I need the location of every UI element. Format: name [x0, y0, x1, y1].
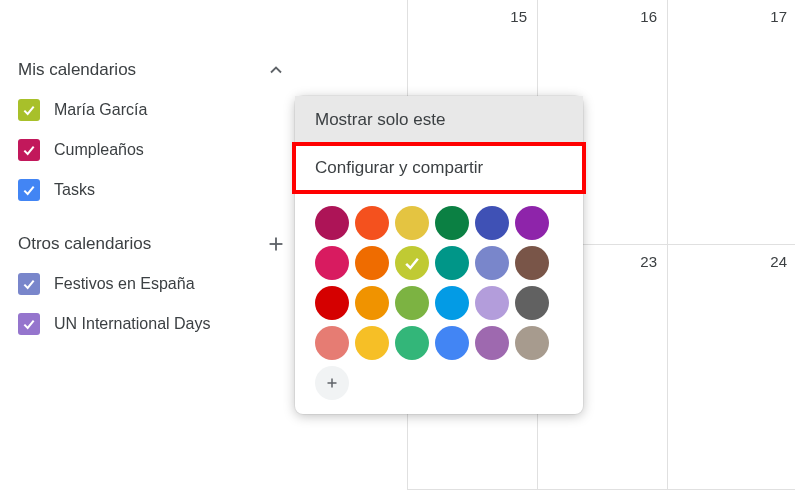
color-swatch[interactable]: [435, 326, 469, 360]
calendar-item[interactable]: Tasks: [18, 170, 298, 210]
day-number: 23: [640, 253, 657, 270]
color-swatch[interactable]: [435, 206, 469, 240]
my-calendars-title: Mis calendarios: [18, 60, 136, 80]
color-swatch[interactable]: [475, 286, 509, 320]
color-swatch[interactable]: [355, 286, 389, 320]
day-number: 17: [770, 8, 787, 25]
day-number: 16: [640, 8, 657, 25]
calendar-label: Festivos en España: [54, 275, 195, 293]
calendar-label: Cumpleaños: [54, 141, 144, 159]
color-picker: [295, 192, 583, 400]
checkbox[interactable]: [18, 99, 40, 121]
day-cell[interactable]: 17: [667, 0, 795, 245]
day-number: 15: [510, 8, 527, 25]
color-swatch[interactable]: [315, 286, 349, 320]
other-calendars-title: Otros calendarios: [18, 234, 151, 254]
color-swatch[interactable]: [315, 206, 349, 240]
checkbox[interactable]: [18, 273, 40, 295]
color-swatch[interactable]: [475, 206, 509, 240]
day-cell[interactable]: 24: [667, 245, 795, 490]
other-calendars-header[interactable]: Otros calendarios: [18, 224, 298, 264]
color-swatch[interactable]: [515, 246, 549, 280]
chevron-up-icon[interactable]: [264, 58, 288, 82]
checkbox[interactable]: [18, 179, 40, 201]
color-swatch[interactable]: [435, 286, 469, 320]
color-swatch[interactable]: [315, 326, 349, 360]
calendar-context-menu: Mostrar solo este Configurar y compartir: [295, 96, 583, 414]
color-swatch[interactable]: [515, 286, 549, 320]
color-swatch[interactable]: [475, 246, 509, 280]
add-custom-color[interactable]: [315, 366, 349, 400]
calendar-item[interactable]: Festivos en España: [18, 264, 298, 304]
checkbox[interactable]: [18, 313, 40, 335]
menu-configure-and-share[interactable]: Configurar y compartir: [295, 144, 583, 192]
calendar-item[interactable]: Cumpleaños: [18, 130, 298, 170]
calendar-item[interactable]: UN International Days: [18, 304, 298, 344]
color-swatch[interactable]: [395, 246, 429, 280]
menu-label: Configurar y compartir: [315, 158, 483, 178]
checkbox[interactable]: [18, 139, 40, 161]
color-swatch[interactable]: [355, 326, 389, 360]
day-number: 24: [770, 253, 787, 270]
calendar-label: María García: [54, 101, 147, 119]
color-swatch[interactable]: [395, 286, 429, 320]
color-swatch[interactable]: [475, 326, 509, 360]
color-swatch[interactable]: [315, 246, 349, 280]
sidebar: Mis calendarios María García Cumpleaños …: [18, 0, 298, 344]
plus-icon[interactable]: [264, 232, 288, 256]
color-swatch[interactable]: [395, 326, 429, 360]
my-calendars-header[interactable]: Mis calendarios: [18, 50, 298, 90]
menu-label: Mostrar solo este: [315, 110, 445, 130]
color-swatch[interactable]: [355, 206, 389, 240]
color-swatch[interactable]: [435, 246, 469, 280]
color-swatch[interactable]: [515, 206, 549, 240]
color-swatch[interactable]: [395, 206, 429, 240]
calendar-label: Tasks: [54, 181, 95, 199]
calendar-label: UN International Days: [54, 315, 211, 333]
color-swatch[interactable]: [515, 326, 549, 360]
calendar-item[interactable]: María García: [18, 90, 298, 130]
menu-show-only-this[interactable]: Mostrar solo este: [295, 96, 583, 144]
color-swatch[interactable]: [355, 246, 389, 280]
